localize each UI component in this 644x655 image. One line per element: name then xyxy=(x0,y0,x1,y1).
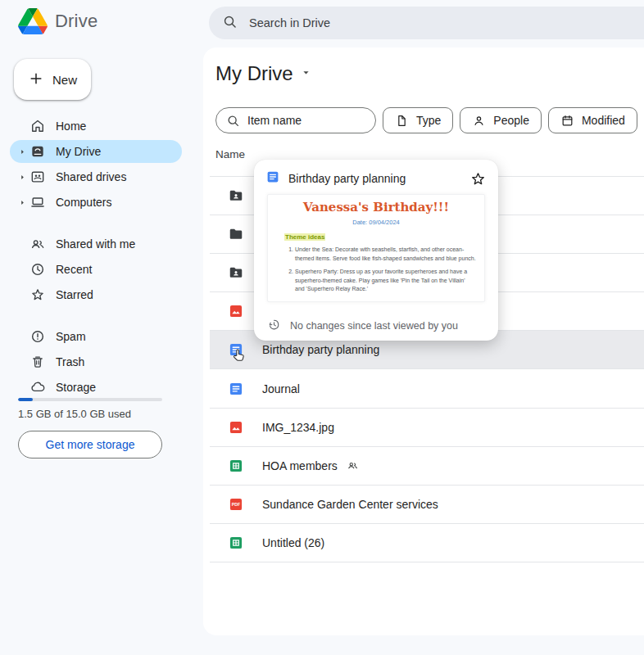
preview-status: No changes since last viewed by you xyxy=(254,311,498,341)
sidebar-item-label: Home xyxy=(56,120,86,133)
sidebar-item-label: Trash xyxy=(56,355,84,368)
nav-group-divider xyxy=(10,309,182,325)
svg-text:PDF: PDF xyxy=(232,502,240,507)
sidebar-item-label: Spam xyxy=(56,330,86,343)
history-icon xyxy=(267,318,281,334)
sidebar-item-recent[interactable]: Recent xyxy=(10,258,182,281)
brand-name: Drive xyxy=(55,11,98,32)
nav-group-divider xyxy=(10,216,182,233)
expand-arrow-icon[interactable] xyxy=(16,148,28,156)
filter-chip-label: Item name xyxy=(247,114,302,127)
star-icon xyxy=(29,287,46,303)
people-icon xyxy=(29,236,46,252)
new-button[interactable]: New xyxy=(14,59,91,100)
sidebar-item-label: Shared with me xyxy=(56,237,135,251)
file-row[interactable]: Journal xyxy=(210,369,644,408)
main-content: My Drive Item nameTypePeopleModified Nam… xyxy=(203,47,644,635)
shared-drives-icon xyxy=(29,169,46,185)
brand: Drive xyxy=(18,8,98,34)
sidebar-item-my-drive[interactable]: My Drive xyxy=(10,140,182,163)
file-icon xyxy=(395,114,409,128)
file-row[interactable]: HOA members xyxy=(210,447,644,486)
person-icon xyxy=(472,114,486,128)
sidebar-item-computers[interactable]: Computers xyxy=(10,191,182,214)
shared-indicator-icon xyxy=(347,459,359,472)
sidebar-item-trash[interactable]: Trash xyxy=(10,350,182,373)
page-title: My Drive xyxy=(215,62,293,85)
drive-logo-icon xyxy=(18,8,48,34)
sidebar-nav: HomeMy DriveShared drivesComputersShared… xyxy=(10,115,182,401)
file-row[interactable]: IMG_1234.jpg xyxy=(210,409,644,447)
filter-chip-people[interactable]: People xyxy=(460,107,542,133)
sidebar-item-label: Recent xyxy=(56,263,92,276)
file-name: Journal xyxy=(262,382,300,395)
search-icon xyxy=(222,14,238,33)
docs-icon xyxy=(228,341,244,358)
calendar-icon xyxy=(560,114,574,128)
image-icon xyxy=(228,303,244,319)
filter-chips-row: Item nameTypePeopleModified xyxy=(215,107,637,133)
folder-icon xyxy=(228,226,244,242)
storage-progress-bar xyxy=(18,398,162,401)
sidebar-item-home[interactable]: Home xyxy=(10,115,182,138)
sheets-icon xyxy=(228,458,244,474)
doc-heading: Vanessa's Birthday!!! xyxy=(276,200,476,215)
column-header-name[interactable]: Name xyxy=(215,148,245,160)
sidebar-item-spam[interactable]: Spam xyxy=(10,325,182,348)
file-preview-popup: Birthday party planning Vanessa's Birthd… xyxy=(254,160,498,341)
doc-section-heading: Theme ideas xyxy=(284,233,325,241)
doc-list: Under the Sea: Decorate with seashells, … xyxy=(286,246,476,294)
clock-icon xyxy=(29,261,46,278)
sidebar-item-shared-with-me[interactable]: Shared with me xyxy=(10,233,182,255)
pdf-icon: PDF xyxy=(228,496,244,513)
document-thumbnail: Vanessa's Birthday!!! Date: 09/04/2024 T… xyxy=(267,194,485,302)
filter-chip-label: Type xyxy=(416,114,441,127)
docs-icon xyxy=(228,381,244,397)
search-placeholder: Search in Drive xyxy=(249,16,330,29)
plus-icon xyxy=(28,70,44,89)
google-docs-icon xyxy=(265,169,280,187)
sidebar-item-shared-drives[interactable]: Shared drives xyxy=(10,165,182,188)
doc-list-item: Under the Sea: Decorate with seashells, … xyxy=(295,246,476,264)
trash-icon xyxy=(29,354,46,370)
sheets-icon xyxy=(228,535,244,551)
expand-arrow-icon[interactable] xyxy=(16,199,28,206)
preview-status-text: No changes since last viewed by you xyxy=(290,320,458,332)
home-icon xyxy=(29,118,46,134)
file-name: Birthday party planning xyxy=(262,343,379,356)
view-title-dropdown[interactable]: My Drive xyxy=(215,62,312,85)
filter-chip-item-name[interactable]: Item name xyxy=(215,107,376,133)
file-name: HOA members xyxy=(262,459,338,472)
file-name: IMG_1234.jpg xyxy=(262,421,334,434)
spam-icon xyxy=(29,328,46,345)
filter-chip-label: People xyxy=(493,114,529,127)
sidebar-item-storage[interactable]: Storage xyxy=(10,376,182,399)
sidebar-item-label: Starred xyxy=(56,288,93,301)
get-more-storage-button[interactable]: Get more storage xyxy=(18,431,162,458)
computers-icon xyxy=(29,194,46,210)
preview-header: Birthday party planning xyxy=(254,160,498,194)
image-icon xyxy=(228,419,244,436)
filter-chip-modified[interactable]: Modified xyxy=(548,107,637,133)
new-button-label: New xyxy=(52,73,77,87)
sidebar-item-label: Computers xyxy=(56,196,111,209)
search-icon xyxy=(226,114,240,128)
file-row[interactable]: PDFSundance Garden Center services xyxy=(210,486,644,524)
my-drive-icon xyxy=(29,143,46,160)
chevron-down-icon xyxy=(300,66,312,82)
sidebar-item-starred[interactable]: Starred xyxy=(10,283,182,306)
search-input[interactable]: Search in Drive xyxy=(209,7,644,39)
folder-shared-icon xyxy=(228,264,244,281)
file-name: Untitled (26) xyxy=(262,536,324,549)
doc-list-item: Superhero Party: Dress up as your favori… xyxy=(295,268,476,295)
google-drive-app: Drive Search in Drive New HomeMy DriveSh… xyxy=(0,0,644,655)
expand-arrow-icon[interactable] xyxy=(16,174,28,181)
sidebar-item-label: Storage xyxy=(56,381,96,394)
file-name: Sundance Garden Center services xyxy=(262,498,438,511)
cloud-icon xyxy=(29,379,46,395)
sidebar-item-label: Shared drives xyxy=(56,170,126,183)
sidebar-item-label: My Drive xyxy=(56,145,101,158)
filter-chip-type[interactable]: Type xyxy=(383,107,453,133)
star-button[interactable] xyxy=(469,170,487,187)
file-row[interactable]: Untitled (26) xyxy=(210,524,644,562)
